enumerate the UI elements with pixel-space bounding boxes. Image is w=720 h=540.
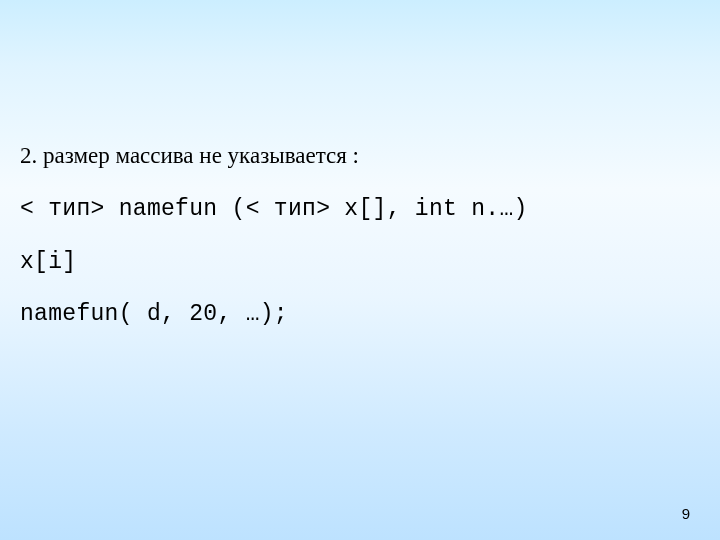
code-line-index: x[i] bbox=[20, 248, 680, 277]
code-line-signature: < тип> namefun (< тип> x[], int n.…) bbox=[20, 195, 680, 224]
code-line-call: namefun( d, 20, …); bbox=[20, 300, 680, 329]
heading-line: 2. размер массива не указывается : bbox=[20, 142, 680, 171]
slide: 2. размер массива не указывается : < тип… bbox=[0, 0, 720, 540]
slide-content: 2. размер массива не указывается : < тип… bbox=[20, 142, 680, 353]
page-number: 9 bbox=[682, 505, 690, 522]
